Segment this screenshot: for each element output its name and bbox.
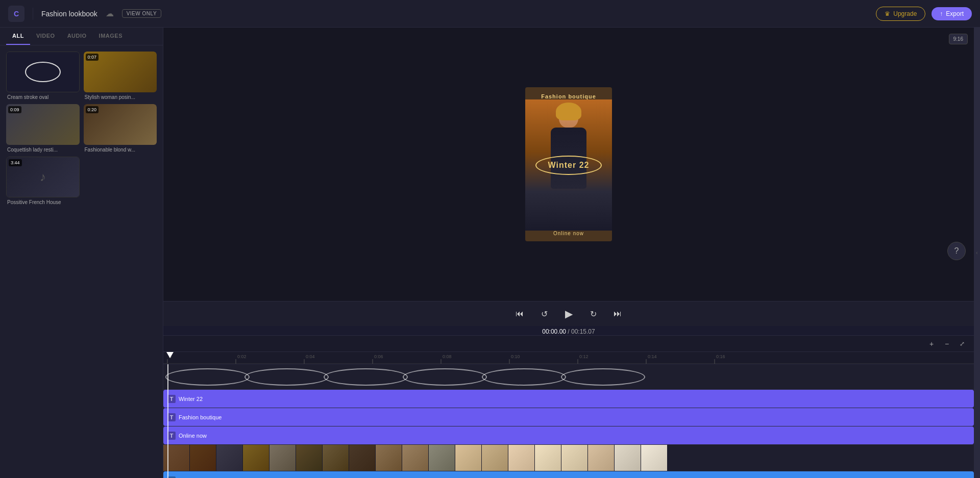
view-only-badge: VIEW ONLY — [122, 9, 161, 18]
timeline-toolbar: + − ⤢ — [163, 336, 974, 352]
vt-frame — [429, 445, 455, 471]
help-button[interactable]: ? — [947, 242, 966, 260]
media-label: Possitive French House — [6, 199, 80, 205]
sidebar-tab-all[interactable]: ALL — [6, 28, 30, 45]
media-label: Fashionable blond w... — [84, 147, 157, 153]
sidebar-tab-video[interactable]: VIDEO — [30, 28, 61, 45]
playback-controls-area: ⏮ ↺ ▶ ↻ ⏭ 00:00.00 / 00:15.07 — [163, 301, 974, 335]
sidebar: ALL VIDEO AUDIO IMAGES Cream stroke oval… — [0, 28, 163, 478]
track-label: Fashion boutique — [179, 414, 222, 420]
vt-frame — [323, 445, 349, 471]
topbar: C Fashion lookbook ☁ VIEW ONLY ♛ Upgrade… — [0, 0, 980, 28]
media-item-coquettish[interactable]: 0:09 Coquettish lady resti... — [6, 104, 80, 153]
upload-icon: ↑ — [940, 10, 943, 17]
fit-timeline-button[interactable]: ⤢ — [957, 338, 968, 349]
zoom-in-button[interactable]: + — [926, 338, 937, 349]
svg-text:0:02: 0:02 — [237, 354, 247, 359]
play-button[interactable]: ▶ — [561, 307, 576, 321]
vt-frame — [455, 445, 482, 471]
media-item-french-house[interactable]: 3:44 Possitive French House — [6, 157, 80, 205]
vt-frame — [641, 445, 668, 471]
collapse-handle[interactable]: ‹ — [974, 28, 980, 478]
playback-controls: ⏮ ↺ ▶ ↻ ⏭ — [163, 301, 974, 326]
vt-frame — [376, 445, 402, 471]
project-title[interactable]: Fashion lookbook — [41, 10, 97, 18]
svg-text:0:12: 0:12 — [579, 354, 589, 359]
app-logo: C — [8, 6, 24, 22]
vt-frame — [482, 445, 508, 471]
preview-canvas: Fashion boutique Winter 22 On — [525, 87, 612, 241]
oval-track[interactable] — [163, 364, 974, 390]
vt-frame — [615, 445, 641, 471]
preview-winter-text: Winter 22 — [548, 161, 590, 170]
text-track-bar[interactable]: T Online now — [163, 426, 974, 444]
timeline-body[interactable]: T Winter 22 T Fashion boutique — [163, 364, 974, 478]
timeline-ruler: 00:020:040:060:080:100:120:140:16 — [163, 352, 974, 364]
time-separator: / — [568, 328, 571, 335]
track-content: T Online now — [163, 426, 974, 444]
export-button[interactable]: ↑ Export — [932, 7, 972, 20]
track-label: Winter 22 — [179, 396, 203, 402]
text-track-bar[interactable]: T Winter 22 — [163, 390, 974, 408]
sidebar-tabs: ALL VIDEO AUDIO IMAGES — [0, 28, 163, 45]
track-content: T Fashion boutique — [163, 408, 974, 426]
audio-track[interactable]: ♪ Possitive French House — [163, 471, 974, 478]
track-fashion-boutique[interactable]: T Fashion boutique — [163, 408, 974, 426]
oval-shape-5[interactable] — [482, 368, 566, 386]
video-track[interactable] — [163, 445, 974, 471]
svg-text:0:10: 0:10 — [511, 354, 520, 359]
duration-badge: 3:44 — [9, 159, 22, 166]
upgrade-button[interactable]: ♛ Upgrade — [876, 7, 925, 21]
media-item-cream-oval[interactable]: Cream stroke oval — [6, 52, 80, 100]
audio-track-bar[interactable]: ♪ Possitive French House — [163, 471, 974, 478]
media-item-stylish-woman[interactable]: 0:07 Stylish woman posin... — [84, 52, 157, 100]
timeline-zoom-controls: + − ⤢ — [926, 338, 968, 349]
main-layout: ALL VIDEO AUDIO IMAGES Cream stroke oval… — [0, 28, 980, 478]
duration-badge: 0:20 — [86, 106, 99, 113]
duration-badge: 0:07 — [86, 54, 99, 61]
vt-frame — [216, 445, 243, 471]
text-track-icon: T — [167, 395, 176, 403]
crown-icon: ♛ — [885, 10, 890, 17]
oval-shape-6[interactable] — [561, 368, 645, 386]
track-online-now[interactable]: T Online now — [163, 426, 974, 445]
track-label: Online now — [179, 433, 207, 439]
svg-text:0:08: 0:08 — [443, 354, 452, 359]
vt-frame — [349, 445, 376, 471]
vt-frame — [561, 445, 588, 471]
skip-to-end-button[interactable]: ⏭ — [610, 307, 625, 321]
media-label: Coquettish lady resti... — [6, 147, 80, 153]
sidebar-tab-audio[interactable]: AUDIO — [61, 28, 93, 45]
media-label: Cream stroke oval — [6, 94, 80, 100]
oval-shape-3[interactable] — [324, 368, 408, 386]
text-track-bar[interactable]: T Fashion boutique — [163, 408, 974, 426]
vt-frame — [508, 445, 535, 471]
zoom-out-button[interactable]: − — [941, 338, 952, 349]
media-item-fashionable-blond[interactable]: 0:20 Fashionable blond w... — [84, 104, 157, 153]
preview-top-text: Fashion boutique — [541, 93, 596, 99]
svg-text:0:14: 0:14 — [648, 354, 657, 359]
rewind-button[interactable]: ↺ — [537, 307, 551, 321]
skip-to-start-button[interactable]: ⏮ — [512, 307, 527, 321]
sidebar-tab-images[interactable]: IMAGES — [93, 28, 129, 45]
oval-shape-2[interactable] — [244, 368, 329, 386]
media-label: Stylish woman posin... — [84, 94, 157, 100]
vt-frame — [402, 445, 429, 471]
svg-text:0:06: 0:06 — [374, 354, 383, 359]
svg-text:0:16: 0:16 — [716, 354, 725, 359]
audio-track-icon: ♪ — [167, 476, 176, 479]
vt-frame — [296, 445, 323, 471]
track-content: T Winter 22 — [163, 390, 974, 408]
preview-winter-oval: Winter 22 — [535, 156, 602, 175]
vt-frame — [270, 445, 296, 471]
fast-forward-button[interactable]: ↻ — [586, 307, 600, 321]
vt-frame — [588, 445, 615, 471]
oval-shape-1[interactable] — [165, 368, 250, 386]
video-thumb-strip — [163, 445, 674, 471]
sidebar-content: Cream stroke oval 0:07 Stylish woman pos… — [0, 45, 163, 478]
timeline-section: + − ⤢ 00:020:040:060:080:100:120:140:16 — [163, 335, 974, 478]
cloud-icon[interactable]: ☁ — [106, 9, 114, 18]
topbar-right: ♛ Upgrade ↑ Export — [876, 7, 972, 21]
oval-shape-4[interactable] — [403, 368, 487, 386]
track-winter-22[interactable]: T Winter 22 — [163, 390, 974, 408]
